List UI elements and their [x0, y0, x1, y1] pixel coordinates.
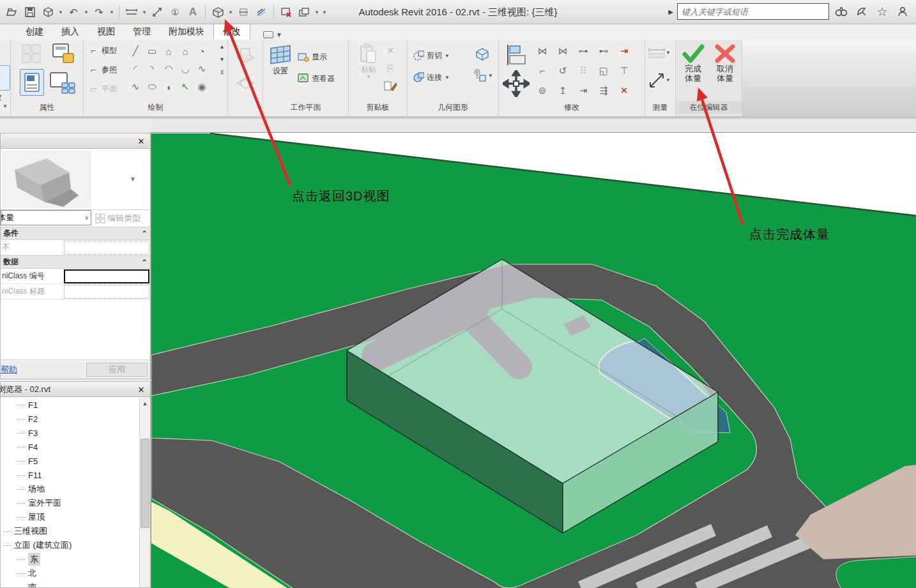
ribbon-display-toggle[interactable]: ▼: [259, 30, 286, 40]
project-cube-icon[interactable]: [40, 4, 56, 20]
copy-icon[interactable]: ⎘: [385, 63, 396, 74]
tab-modify[interactable]: 修改: [213, 24, 250, 40]
pick-lines-icon[interactable]: ↖: [177, 78, 194, 96]
section-identity-data[interactable]: 数据⌃: [1, 255, 150, 269]
category-elevations[interactable]: 立面 (建筑立面): [1, 538, 139, 552]
tab-manage[interactable]: 管理: [124, 24, 160, 40]
draw-reference-tool[interactable]: ⌐ 参照: [88, 64, 117, 75]
spline-tool-icon[interactable]: ∿: [194, 60, 210, 78]
finish-mass-button[interactable]: 完成体量: [678, 43, 708, 83]
default-3d-view-icon[interactable]: [210, 4, 226, 20]
panel-label[interactable]: 绘制: [84, 101, 227, 114]
property-row[interactable]: 不: [1, 240, 150, 255]
type-selector[interactable]: 体量 ∨: [1, 210, 91, 225]
tab-insert[interactable]: 插入: [52, 24, 88, 40]
chevron-down-icon[interactable]: ▼: [227, 10, 234, 15]
chevron-down-icon[interactable]: ▼: [57, 10, 64, 15]
favorites-star-icon[interactable]: ☆: [874, 3, 890, 20]
view-item-f1[interactable]: F1: [1, 398, 139, 412]
draw-plane-tool[interactable]: ▱ 平面: [88, 83, 117, 94]
open-icon[interactable]: [4, 4, 20, 20]
panel-label[interactable]: 工作平面: [263, 101, 348, 114]
close-icon[interactable]: ✕: [136, 384, 146, 395]
view-item-south[interactable]: 南: [1, 580, 139, 587]
category-3d-views[interactable]: 三维视图: [1, 524, 139, 538]
join-geometry-tool[interactable]: 连接▼: [413, 72, 450, 83]
scroll-up-icon[interactable]: ▲: [140, 398, 150, 409]
line-tool-icon[interactable]: ╱: [127, 42, 144, 60]
delete-icon[interactable]: ✕: [614, 80, 634, 100]
measure-between-refs-tool[interactable]: ▼: [648, 46, 671, 59]
sign-in-user-icon[interactable]: [894, 3, 911, 20]
workplane-show-tool[interactable]: 显示: [298, 51, 327, 63]
properties-windows-icon[interactable]: [49, 70, 77, 98]
draw-model-tool[interactable]: ⌐ 模型: [88, 45, 117, 56]
create-form-icon[interactable]: [233, 43, 257, 69]
view-item-east[interactable]: 东: [1, 552, 139, 566]
cut-geometry-tool[interactable]: 剪切▼: [413, 50, 450, 61]
property-value-cell[interactable]: [64, 241, 149, 255]
offset-icon[interactable]: ⌐: [532, 61, 553, 80]
view-item-f11[interactable]: F11: [1, 468, 139, 482]
view-item-f5[interactable]: F5: [1, 454, 139, 468]
void-form-icon[interactable]: [233, 70, 257, 96]
text-icon[interactable]: A: [185, 4, 201, 20]
undo-icon[interactable]: ↶: [65, 4, 82, 20]
tab-addins[interactable]: 附加模块: [160, 24, 213, 40]
search-binoculars-icon[interactable]: [833, 3, 850, 20]
new-window-icon[interactable]: [50, 42, 76, 68]
align-icon[interactable]: [504, 43, 527, 69]
center-ends-arc-icon[interactable]: ◝: [144, 60, 160, 78]
match-properties-icon[interactable]: [383, 79, 397, 96]
cancel-mass-button[interactable]: 取消体量: [710, 43, 740, 83]
start-end-radius-arc-icon[interactable]: ◜: [127, 60, 144, 78]
point-element-icon[interactable]: ◉: [194, 78, 210, 96]
rotate-icon[interactable]: ↺: [553, 61, 573, 80]
chevron-down-icon[interactable]: ▼: [141, 10, 148, 15]
tab-create[interactable]: 创建: [17, 24, 52, 40]
panel-label[interactable]: 属性: [11, 101, 83, 114]
trim-extend-single-icon[interactable]: ⇥: [573, 80, 593, 100]
chevron-down-icon[interactable]: ▼: [130, 176, 136, 183]
view-item-f2[interactable]: F2: [1, 412, 139, 426]
paste-button[interactable]: 粘贴 ▼: [354, 43, 383, 80]
save-icon[interactable]: [22, 4, 38, 20]
panel-label[interactable]: 剪贴板: [349, 101, 407, 114]
array-icon[interactable]: ⠿: [573, 61, 593, 80]
trim-extend-corner-icon[interactable]: ↥: [553, 80, 573, 100]
panel-label[interactable]: 测量: [645, 101, 675, 114]
panel-label[interactable]: 几何图形: [408, 101, 498, 114]
circle-tool-icon[interactable]: ◔: [194, 42, 210, 60]
split-with-gap-icon[interactable]: ⊷: [593, 41, 614, 61]
demolish-icon[interactable]: ▼: [473, 68, 493, 83]
view-item-roof[interactable]: 屋顶: [1, 510, 139, 524]
search-expander-icon[interactable]: ▶: [668, 8, 673, 15]
expand-gallery-icon[interactable]: ⊻: [220, 69, 224, 75]
view-item-exterior-plan[interactable]: 室外平面: [1, 496, 139, 510]
family-types-icon[interactable]: [21, 43, 43, 68]
view-item-north[interactable]: 北: [1, 566, 139, 580]
spline2-tool-icon[interactable]: ∿: [127, 78, 144, 96]
customize-qat-icon[interactable]: ▼: [321, 10, 328, 15]
fillet-arc-icon[interactable]: ◡: [177, 60, 194, 78]
uniclass-number-row[interactable]: niClass 编号: [1, 269, 150, 284]
trim-extend-multi-icon[interactable]: ⇶: [593, 80, 614, 100]
inscribed-polygon-tool-icon[interactable]: ⌂: [160, 42, 177, 60]
scale-icon[interactable]: ◱: [593, 61, 614, 80]
communication-center-icon[interactable]: [853, 3, 870, 20]
section-constraints[interactable]: 条件⌃: [1, 227, 150, 240]
pin-icon[interactable]: ⊤: [614, 61, 634, 80]
view-item-f3[interactable]: F3: [1, 426, 139, 440]
properties-help-link[interactable]: 帮助: [1, 364, 17, 375]
copy-move-icon[interactable]: ⊚: [532, 80, 553, 100]
split-face-icon[interactable]: [474, 46, 491, 64]
circumscribed-polygon-tool-icon[interactable]: ⌂: [177, 42, 194, 60]
chevron-down-icon[interactable]: ▼: [109, 10, 115, 15]
browser-scrollbar[interactable]: ▲: [139, 398, 150, 587]
measure-along-element-tool[interactable]: ▼: [648, 70, 671, 89]
tab-view[interactable]: 视图: [88, 24, 124, 40]
scroll-up-icon[interactable]: ▲: [219, 43, 225, 50]
workplane-set-button[interactable]: 设置: [266, 43, 295, 75]
properties-button[interactable]: [20, 69, 44, 96]
panel-label[interactable]: 修改: [499, 101, 645, 114]
